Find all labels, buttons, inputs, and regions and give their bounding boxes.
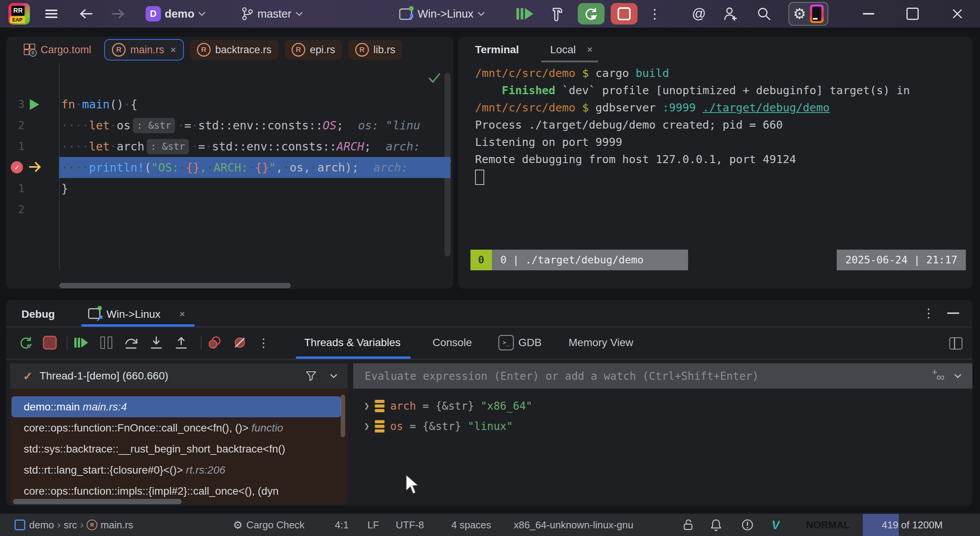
terminal-token [575,67,582,80]
stack-frame-row[interactable]: std::sys::backtrace::__rust_begin_short_… [11,438,347,459]
expand-chevron-icon[interactable]: ❯ [364,400,369,411]
encoding-widget[interactable]: UTF-8 [396,514,424,536]
chevron-down-icon[interactable] [954,374,962,378]
minimize-button[interactable] [863,0,874,28]
crumb-src[interactable]: src [64,519,77,531]
editor-tab-epi.rs[interactable]: Repi.rs [285,40,342,60]
crumb-demo[interactable]: demo [29,519,54,531]
terminal-token [575,101,582,114]
crumb-main.rs[interactable]: main.rs [100,519,133,531]
evaluate-expression-field[interactable]: Evaluate expression (Enter) or add a wat… [353,363,972,389]
run-configuration-widget[interactable]: ↗ Win->Linux [398,0,485,28]
problems-widget[interactable] [741,514,754,536]
tab-close-icon[interactable]: × [170,44,176,56]
kebab-icon: ⋮ [648,6,661,21]
resume-toolbar-button[interactable] [73,334,90,351]
debug-panel-options-button[interactable]: ⋮ [920,305,937,322]
debug-tab-close-icon[interactable]: × [179,308,185,320]
stop-button[interactable] [611,0,637,28]
back-arrow-icon [79,8,94,20]
run-main-icon[interactable] [30,99,39,110]
statusbar-breadcrumbs[interactable]: demo›src›Rmain.rs [15,514,133,536]
chevron-down-icon[interactable] [330,374,338,378]
back-button[interactable] [79,0,94,28]
stop-toolbar-button[interactable] [41,334,58,351]
stack-frame-row[interactable]: core::ops::function::impls::{impl#2}::ca… [11,480,347,502]
code-token: {} [255,161,269,174]
notifications-widget[interactable] [710,514,722,536]
rust-file-icon: R [197,43,211,57]
target-triple-widget[interactable]: x86_64-unknown-linux-gnu [514,514,633,536]
rerun-debug-toolbar-button[interactable] [18,334,34,351]
maximize-button[interactable] [906,0,919,28]
debug-more-actions-button[interactable]: ⋮ [255,334,272,351]
statusbar: demo›src›Rmain.rs ⚙ Cargo Check 4:1 LF U… [0,513,980,536]
rerun-debug-button[interactable] [578,0,605,28]
terminal-token [696,101,702,114]
add-watch-icon[interactable]: + ∞ [931,368,948,384]
debugger-tab-Memory View[interactable]: Memory View [569,327,633,359]
mute-breakpoints-button[interactable] [231,334,248,351]
code-editor[interactable]: main() 3fn·main()·{2····let·os: &str·=·s… [6,63,453,289]
frames-horizontal-scrollbar[interactable] [13,499,182,504]
cargo-check-widget[interactable]: ⚙ Cargo Check [233,514,305,536]
search-everywhere-button[interactable] [755,0,772,28]
stack-frame-row[interactable]: core::ops::function::FnOnce::call_once<f… [11,417,347,438]
app-logo[interactable]: RR EAP [8,0,30,28]
debugger-tab-Threads & Variables[interactable]: Threads & Variables [304,327,401,359]
debugger-tab-GDB[interactable]: >_GDB [498,327,542,359]
step-into-button[interactable] [148,334,165,351]
hide-panel-button[interactable] [947,312,959,314]
forward-button[interactable] [110,0,126,28]
ai-assistant-button[interactable]: @ [692,0,706,28]
whitespace-dot: · [124,98,131,111]
expand-chevron-icon[interactable]: ❯ [364,421,369,431]
code-with-me-button[interactable] [722,0,739,28]
settings-group[interactable]: ⚙ [788,0,828,28]
editor-tab-backtrace.rs[interactable]: Rbacktrace.rs [190,40,279,60]
caret-position-widget[interactable]: 4:1 [335,514,349,536]
pause-toolbar-button[interactable] [98,334,115,351]
chevron-down-icon [477,11,485,16]
vcs-branch-widget[interactable]: master [241,0,303,28]
editor-horizontal-scrollbar[interactable] [59,283,291,288]
debugger-tab-Console[interactable]: Console [433,327,472,359]
breakpoint-icon[interactable]: ✓ [11,161,23,173]
code-token: "OS:· [151,161,186,174]
terminal-token: Remote debugging from host 127.0.0.1, po… [475,153,796,166]
step-over-button[interactable] [123,334,139,351]
step-out-button[interactable] [173,334,190,351]
build-button[interactable] [549,0,565,28]
stack-frame-row[interactable]: std::rt::lang_start::{closure#0}<()> rt.… [11,459,347,480]
resume-program-button[interactable] [516,0,533,28]
variable-row[interactable]: ❯arch = {&str} "x86_64" [364,396,532,415]
editor-tab-main.rs[interactable]: Rmain.rs× [104,39,184,60]
indent-widget[interactable]: 4 spaces [451,514,491,536]
vim-mode-widget[interactable]: NORMAL [806,514,850,536]
editor-tab-lib.rs[interactable]: Rlib.rs [348,40,402,60]
editor-tab-Cargo.toml[interactable]: RCargo.toml [17,40,98,60]
debug-island: Debug ↗ Win->Linux × ⋮ [6,300,972,506]
project-name: demo [165,8,194,20]
terminal-tab-close-icon[interactable]: × [587,44,593,56]
whitespace-dot: · [179,161,186,174]
project-widget[interactable]: D demo [146,0,206,28]
debug-session-tab[interactable]: Win->Linux [107,308,161,320]
memory-indicator[interactable]: 419 of 1200M [863,514,962,536]
frames-vertical-scrollbar[interactable] [341,395,345,437]
ideavim-widget[interactable]: V [772,514,780,536]
view-breakpoints-button[interactable] [206,334,223,351]
layout-settings-icon[interactable] [949,337,962,350]
variable-row[interactable]: ❯os = {&str} "linux" [364,417,513,436]
inspections-ok-icon[interactable] [427,71,442,84]
close-button[interactable] [952,0,963,28]
line-ending-widget[interactable]: LF [367,514,379,536]
variable-type: {&str} [435,400,480,412]
thread-selector[interactable]: ✓ Thread-1-[demo] (660.660) [10,363,347,389]
terminal-tab-local[interactable]: Local [550,44,576,56]
more-run-options-button[interactable]: ⋮ [648,0,661,28]
main-menu-button[interactable] [45,0,57,28]
stack-frame-row[interactable]: demo::main main.rs:4 [11,396,341,417]
lock-widget[interactable] [682,514,694,536]
filter-funnel-icon[interactable] [305,370,317,382]
